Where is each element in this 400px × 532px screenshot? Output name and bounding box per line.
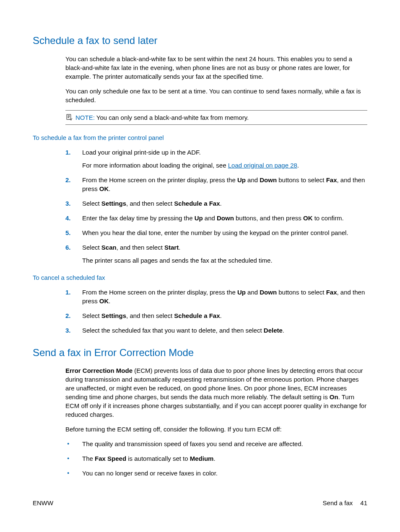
note-icon [65, 114, 73, 121]
bullet-list: The quality and transmission speed of fa… [65, 439, 367, 478]
note-label: NOTE: [75, 114, 95, 121]
footer-left: ENWW [33, 498, 53, 500]
list-item: When you hear the dial tone, enter the n… [65, 228, 367, 237]
paragraph: You can schedule a black-and-white fax t… [65, 54, 367, 81]
list-item: From the Home screen on the printer disp… [65, 288, 367, 305]
steps-schedule: Load your original print-side up in the … [65, 148, 367, 265]
link-load-original[interactable]: Load original on page 28 [228, 162, 297, 169]
footer-page-number: 41 [360, 498, 367, 500]
list-item: Select Settings, and then select Schedul… [65, 311, 367, 320]
list-item: Load your original print-side up in the … [65, 148, 367, 170]
steps-cancel: From the Home screen on the printer disp… [65, 288, 367, 335]
note-box: NOTE: You can only send a black-and-whit… [65, 110, 367, 125]
paragraph: Before turning the ECM setting off, cons… [65, 425, 367, 434]
heading-schedule-fax: Schedule a fax to send later [33, 34, 367, 48]
list-item: Select Settings, and then select Schedul… [65, 199, 367, 208]
heading-ecm: Send a fax in Error Correction Mode [33, 346, 367, 360]
paragraph: Error Correction Mode (ECM) prevents los… [65, 366, 367, 419]
list-item: You can no longer send or receive faxes … [65, 469, 367, 478]
list-item: The Fax Speed is automatically set to Me… [65, 454, 367, 463]
paragraph: You can only schedule one fax to be sent… [65, 87, 367, 104]
list-item: Select the scheduled fax that you want t… [65, 326, 367, 335]
subheading-cancel-scheduled: To cancel a scheduled fax [33, 273, 367, 282]
subheading-schedule-from-panel: To schedule a fax from the printer contr… [33, 133, 367, 142]
note-text: You can only send a black-and-white fax … [96, 114, 249, 121]
svg-rect-0 [67, 114, 71, 119]
list-item: From the Home screen on the printer disp… [65, 176, 367, 193]
list-item: Enter the fax delay time by pressing the… [65, 214, 367, 222]
page-footer: ENWW Send a fax 41 [33, 498, 367, 500]
footer-section: Send a fax [323, 498, 353, 500]
list-item: The quality and transmission speed of fa… [65, 439, 367, 448]
list-item: Select Scan, and then select Start. The … [65, 243, 367, 265]
